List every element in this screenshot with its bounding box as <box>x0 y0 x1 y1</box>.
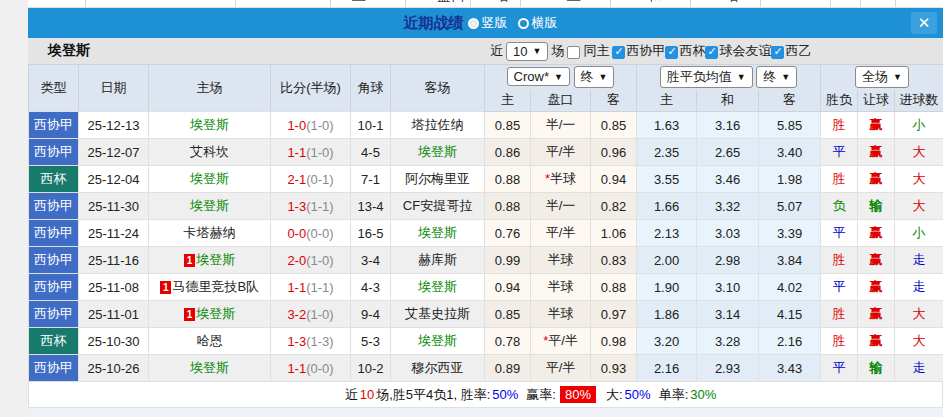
fulltime-score: 1-1 <box>287 361 306 376</box>
cell-home-team[interactable]: 卡塔赫纳 <box>149 220 271 247</box>
handicap-text: 半球 <box>550 171 576 186</box>
cell-league-type: 西协甲 <box>29 193 79 220</box>
cell-away-team[interactable]: 塔拉佐纳 <box>391 112 485 139</box>
cell-home-team[interactable]: 埃登斯 <box>149 193 271 220</box>
asian-company-select[interactable]: Crow*▼ <box>507 67 570 86</box>
cell-handicap-result: 赢 <box>858 328 895 355</box>
scope-select[interactable]: 全场▼ <box>855 66 909 88</box>
cell-away-team[interactable]: 埃登斯 <box>391 139 485 166</box>
cell-euro-draw-odds: 2.93 <box>697 355 759 382</box>
league-label: 球会友谊 <box>719 42 771 60</box>
cell-asian-home-odds: 0.76 <box>485 220 531 247</box>
cell-away-team[interactable]: 穆尔西亚 <box>391 355 485 382</box>
cell-away-team[interactable]: 埃登斯 <box>391 220 485 247</box>
cell-goals-result: 大 <box>895 193 943 220</box>
radio-horizontal-label: 横版 <box>532 14 558 32</box>
cell-result: 胜 <box>821 301 858 328</box>
cell-euro-away-odds: 5.07 <box>759 193 821 220</box>
background-grid-line <box>405 0 406 8</box>
cell-home-team[interactable]: 埃登斯 <box>149 355 271 382</box>
sub-header-asian-home: 主 <box>485 90 531 112</box>
chevron-down-icon: ▼ <box>781 72 790 82</box>
summary-single-rate: 30% <box>690 387 716 402</box>
cell-league-type: 西协甲 <box>29 301 79 328</box>
handicap-text: 平/半 <box>546 360 576 375</box>
cell-asian-away-odds: 0.94 <box>591 166 637 193</box>
same-home-checkbox[interactable] <box>567 46 580 59</box>
cell-away-team[interactable]: 阿尔梅里亚 <box>391 166 485 193</box>
cell-away-team[interactable]: 埃登斯 <box>391 274 485 301</box>
radio-unselected-icon <box>518 18 529 29</box>
cell-home-team[interactable]: 1埃登斯 <box>149 301 271 328</box>
home-team-name: 埃登斯 <box>190 117 229 132</box>
background-grid-line <box>860 0 861 8</box>
cell-asian-home-odds: 0.86 <box>485 139 531 166</box>
euro-time-select[interactable]: 终▼ <box>756 66 797 88</box>
cell-away-team[interactable]: 艾基史拉斯 <box>391 301 485 328</box>
cell-league-type: 西杯 <box>29 328 79 355</box>
fulltime-score: 1-3 <box>287 199 306 214</box>
sub-header-handicap-result: 让球 <box>858 90 895 112</box>
recent-count-select[interactable]: 10 ▼ <box>506 42 548 61</box>
close-icon[interactable]: ✕ <box>911 12 937 34</box>
cell-handicap-result: 赢 <box>858 247 895 274</box>
cell-handicap: 半球 <box>531 247 591 274</box>
cell-result: 平 <box>821 220 858 247</box>
cell-home-team[interactable]: 埃登斯 <box>149 112 271 139</box>
page-gutter <box>0 0 28 417</box>
table-row: 西杯 25-12-04 埃登斯 2-1(0-1) 7-1 阿尔梅里亚 0.88 … <box>29 166 943 193</box>
cell-goals-result: 小 <box>895 220 943 247</box>
background-table-strip: 主盘口客主和客 <box>28 0 943 8</box>
cell-away-team[interactable]: 赫库斯 <box>391 247 485 274</box>
col-header-type: 类型 <box>29 65 79 112</box>
cell-result: 胜 <box>821 328 858 355</box>
chevron-down-icon: ▼ <box>737 72 746 82</box>
cell-euro-home-odds: 1.86 <box>637 301 697 328</box>
col-header-corner: 角球 <box>351 65 391 112</box>
cell-home-team[interactable]: 1埃登斯 <box>149 247 271 274</box>
cell-corner: 4-3 <box>351 274 391 301</box>
cell-euro-away-odds: 3.84 <box>759 247 821 274</box>
cell-euro-away-odds: 3.40 <box>759 139 821 166</box>
halftime-score: (0-0) <box>306 361 333 376</box>
cell-league-type: 西协甲 <box>29 274 79 301</box>
halftime-score: (1-0) <box>306 307 333 322</box>
sub-header-result: 胜负 <box>821 90 858 112</box>
cell-corner: 5-3 <box>351 328 391 355</box>
cell-goals-result: 走 <box>895 274 943 301</box>
cell-date: 25-10-30 <box>79 328 149 355</box>
background-grid-line <box>470 0 471 8</box>
league-checkbox[interactable] <box>612 46 625 59</box>
cell-home-team[interactable]: 艾科坎 <box>149 139 271 166</box>
cell-home-team[interactable]: 埃登斯 <box>149 166 271 193</box>
col-header-score: 比分(半场) <box>271 65 351 112</box>
cell-home-team[interactable]: 哈恩 <box>149 328 271 355</box>
asian-time-select[interactable]: 终▼ <box>574 66 615 88</box>
summary-bar: 近10场,胜5平4负1, 胜率:50% 赢率:80% 大:50% 单率:30% <box>28 382 943 408</box>
cell-asian-home-odds: 0.85 <box>485 301 531 328</box>
cell-asian-away-odds: 0.85 <box>591 112 637 139</box>
cell-handicap: 半球 <box>531 274 591 301</box>
handicap-text: 半/一 <box>546 117 576 132</box>
col-header-home: 主场 <box>149 65 271 112</box>
background-grid-line <box>760 0 761 8</box>
radio-vertical-layout[interactable]: 竖版 <box>468 14 508 32</box>
away-team-name: 艾基史拉斯 <box>405 306 470 321</box>
cell-home-team[interactable]: 1马德里竞技B队 <box>149 274 271 301</box>
cell-euro-home-odds: 2.00 <box>637 247 697 274</box>
cell-handicap-result: 赢 <box>858 220 895 247</box>
cell-asian-away-odds: 0.97 <box>591 301 637 328</box>
league-checkbox[interactable] <box>705 46 718 59</box>
league-checkbox[interactable] <box>665 46 678 59</box>
results-table: 类型 日期 主场 比分(半场) 角球 客场 Crow*▼ 终▼ 胜平负均值▼ 终… <box>28 64 943 382</box>
summary-handicap-label: 赢率: <box>526 386 556 404</box>
euro-company-select[interactable]: 胜平负均值▼ <box>660 66 753 88</box>
cell-score: 2-1(0-1) <box>271 166 351 193</box>
halftime-score: (1-0) <box>306 118 333 133</box>
cell-away-team[interactable]: CF安提哥拉 <box>391 193 485 220</box>
cell-euro-draw-odds: 3.46 <box>697 166 759 193</box>
league-checkbox[interactable] <box>771 46 784 59</box>
background-column-label: 主 <box>352 0 366 5</box>
radio-horizontal-layout[interactable]: 横版 <box>518 14 558 32</box>
cell-away-team[interactable]: 埃登斯 <box>391 328 485 355</box>
